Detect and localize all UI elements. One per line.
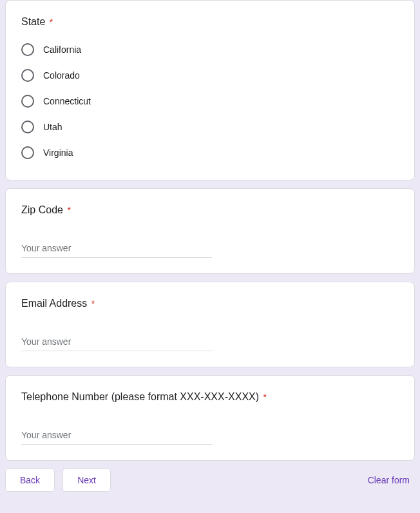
state-label-text: State <box>21 16 45 27</box>
radio-label: Colorado <box>43 70 80 81</box>
radio-icon <box>21 146 34 159</box>
back-button[interactable]: Back <box>5 469 55 492</box>
radio-label: Utah <box>43 122 62 132</box>
footer-nav-buttons: Back Next <box>5 469 111 492</box>
radio-icon <box>21 43 34 56</box>
question-label-phone: Telephone Number (please format XXX-XXX-… <box>21 391 399 403</box>
question-label-state: State * <box>21 16 399 28</box>
phone-label-text: Telephone Number (please format XXX-XXX-… <box>21 391 259 402</box>
question-card-phone: Telephone Number (please format XXX-XXX-… <box>5 375 415 461</box>
radio-icon <box>21 69 34 82</box>
radio-icon <box>21 121 34 133</box>
required-asterisk: * <box>91 298 95 309</box>
question-label-email: Email Address * <box>21 298 399 309</box>
radio-label: Virginia <box>43 148 73 158</box>
question-card-zip: Zip Code * <box>5 188 415 274</box>
radio-option-california[interactable]: California <box>21 38 399 61</box>
email-label-text: Email Address <box>21 298 87 309</box>
radio-option-colorado[interactable]: Colorado <box>21 64 399 87</box>
form-footer: Back Next Clear form <box>5 469 415 492</box>
clear-form-button[interactable]: Clear form <box>363 470 415 490</box>
next-button[interactable]: Next <box>62 469 111 492</box>
question-card-email: Email Address * <box>5 282 415 367</box>
radio-option-utah[interactable]: Utah <box>21 115 399 139</box>
radio-label: California <box>43 44 81 55</box>
radio-option-virginia[interactable]: Virginia <box>21 141 399 164</box>
radio-label: Connecticut <box>43 96 91 106</box>
question-card-state: State * California Colorado Connecticut … <box>5 0 415 180</box>
required-asterisk: * <box>50 17 53 27</box>
radio-icon <box>21 95 34 108</box>
phone-input[interactable] <box>21 427 212 445</box>
required-asterisk: * <box>263 392 267 402</box>
radio-option-connecticut[interactable]: Connecticut <box>21 90 399 113</box>
zip-label-text: Zip Code <box>21 204 63 215</box>
question-label-zip: Zip Code * <box>21 204 399 216</box>
required-asterisk: * <box>67 205 70 215</box>
email-input[interactable] <box>21 334 212 351</box>
state-radio-group: California Colorado Connecticut Utah Vir… <box>21 38 399 164</box>
zip-input[interactable] <box>21 240 212 258</box>
